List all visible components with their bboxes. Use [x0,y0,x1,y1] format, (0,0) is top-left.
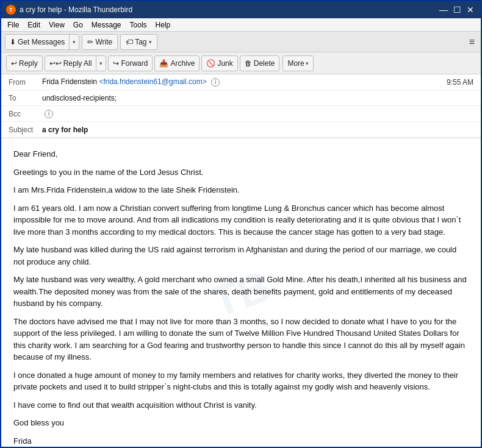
from-value: Frida Fridenstein <frida.fridenstein61@g… [42,77,447,87]
write-button[interactable]: ✏ Write [82,34,118,50]
delete-button[interactable]: 🗑 Delete [240,55,280,71]
reply-all-dropdown[interactable]: ▾ [96,56,106,71]
toolbar: ⬇ Get Messages ▾ ✏ Write 🏷 Tag ▾ ≡ [1,32,481,52]
email-header: From Frida Fridenstein <frida.fridenstei… [1,74,481,138]
para10: Frida [13,435,469,447]
junk-icon: 🚫 [206,59,215,68]
title-bar-controls: — ☐ ✕ [438,4,476,15]
reply-all-button[interactable]: ↩↩ Reply All [45,56,97,71]
from-row: From Frida Fridenstein <frida.fridenstei… [1,74,481,90]
archive-icon: 📥 [159,59,168,68]
get-messages-dropdown[interactable]: ▾ [70,35,79,49]
get-messages-icon: ⬇ [10,38,16,46]
para6: The doctors have advised me that I may n… [13,316,469,363]
app-icon: T [6,5,16,15]
from-label: From [9,78,42,87]
para4: My late husband was killed during the US… [13,244,469,268]
greeting: Dear Friend, [13,148,469,160]
menu-file[interactable]: File [4,20,23,30]
tag-icon: 🏷 [126,38,133,46]
get-messages-button[interactable]: ⬇ Get Messages [5,35,70,49]
close-button[interactable]: ✕ [465,4,476,15]
subject-value: a cry for help [42,126,473,134]
para7: I once donated a huge amount of money to… [13,369,469,393]
reply-button[interactable]: ↩ Reply [6,55,43,71]
more-dropdown-arrow: ▾ [306,60,309,66]
bcc-info-icon[interactable]: i [45,110,53,118]
para8: I have come to find out that wealth acqu… [13,399,469,411]
from-email: <frida.fridenstein61@gmail.com> [99,77,206,86]
from-name: Frida Fridenstein [42,77,97,86]
more-button[interactable]: More ▾ [282,55,313,71]
tag-button[interactable]: 🏷 Tag ▾ [120,34,157,50]
para2: I am Mrs.Frida Fridenstein,a widow to th… [13,184,469,196]
get-messages-split: ⬇ Get Messages ▾ [5,34,79,50]
maximize-button[interactable]: ☐ [451,4,462,15]
para3: I am 61 years old. I am now a Christian … [13,202,469,238]
email-body: TB Dear Friend, Greetings to you in the … [1,138,481,448]
menu-bar: File Edit View Go Message Tools Help [1,18,481,32]
reply-all-icon: ↩↩ [49,59,62,68]
tag-dropdown-arrow: ▾ [149,39,152,45]
menu-help[interactable]: Help [152,20,174,30]
subject-label: Subject [9,126,42,134]
from-info-icon[interactable]: i [211,78,220,87]
get-messages-label: Get Messages [18,38,65,46]
email-content: Dear Friend, Greetings to you in the nam… [13,148,469,447]
reply-all-split: ↩↩ Reply All ▾ [45,55,107,71]
to-label: To [9,94,42,102]
email-time: 9:55 AM [447,78,473,87]
para9: God bless you [13,417,469,429]
junk-button[interactable]: 🚫 Junk [201,55,237,71]
bcc-value: i [42,109,473,118]
to-row: To undisclosed-recipients; [1,90,481,106]
archive-button[interactable]: 📥 Archive [154,55,200,71]
forward-button[interactable]: ↪ Forward [108,55,153,71]
bcc-label: Bcc [9,110,42,118]
reply-icon: ↩ [11,59,17,68]
title-bar: T a cry for help - Mozilla Thunderbird —… [1,1,481,18]
to-value: undisclosed-recipients; [42,94,473,102]
menu-message[interactable]: Message [88,20,125,30]
email-toolbar: ↩ Reply ↩↩ Reply All ▾ ↪ Forward 📥 Archi… [1,52,481,74]
para5: My late husband was very wealthy, A gold… [13,274,469,310]
tag-label: Tag [135,38,146,46]
write-icon: ✏ [87,38,93,46]
window-title: a cry for help - Mozilla Thunderbird [20,5,132,14]
subject-row: Subject a cry for help [1,122,481,138]
main-area: ↩ Reply ↩↩ Reply All ▾ ↪ Forward 📥 Archi… [1,52,481,448]
minimize-button[interactable]: — [438,4,449,15]
title-bar-left: T a cry for help - Mozilla Thunderbird [6,5,132,15]
menu-view[interactable]: View [45,20,68,30]
menu-tools[interactable]: Tools [126,20,151,30]
menu-go[interactable]: Go [70,20,87,30]
delete-icon: 🗑 [245,59,252,68]
para1: Greetings to you in the name of the Lord… [13,166,469,179]
hamburger-menu[interactable]: ≡ [467,37,477,48]
forward-icon: ↪ [113,59,119,68]
menu-edit[interactable]: Edit [24,20,44,30]
write-label: Write [95,38,112,46]
bcc-row: Bcc i [1,106,481,122]
